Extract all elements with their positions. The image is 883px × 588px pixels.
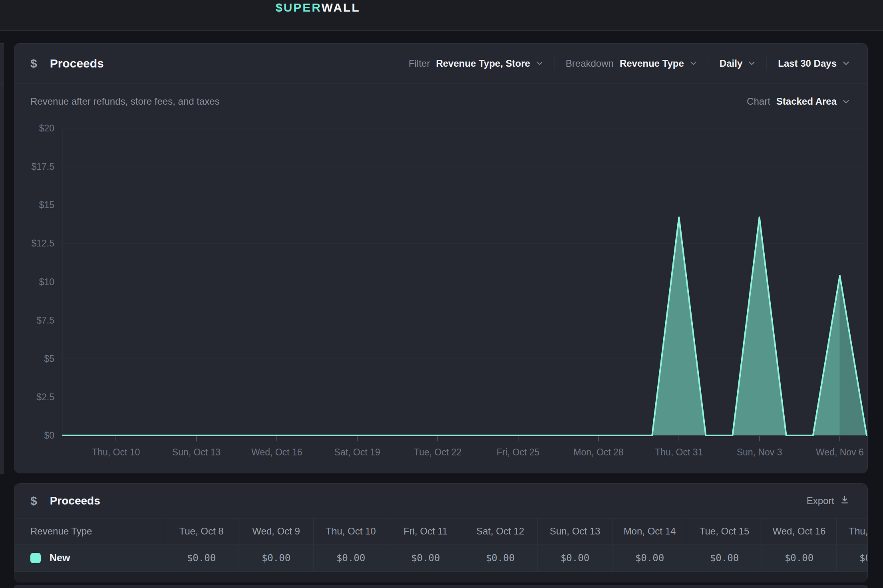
series-color-swatch (30, 553, 41, 563)
date-range-value: Last 30 Days (778, 58, 837, 69)
value-cell: $0.00 (612, 544, 687, 571)
chart-card-header: $ Proceeds Filter Revenue Type, Store Br… (14, 44, 867, 83)
y-axis-labels: $20$17.5$15$12.5$10$7.5$5$2.5$0 (14, 44, 54, 473)
table-scrollbar-track[interactable] (14, 572, 867, 582)
y-axis-label: $0 (14, 430, 54, 441)
value-cell: $0.00 (239, 544, 313, 571)
series-name: New (50, 552, 70, 564)
value-cell: $0.00 (537, 544, 612, 571)
breakdown-dropdown[interactable]: Breakdown Revenue Type (566, 58, 697, 69)
table-header-date: Tue, Oct 15 (687, 518, 762, 544)
table-card-title-group: $ Proceeds (30, 494, 100, 508)
chart-controls: Filter Revenue Type, Store Breakdown Rev… (409, 57, 849, 70)
granularity-value: Daily (720, 58, 742, 69)
x-axis-label: Thu, Oct 10 (92, 447, 140, 457)
x-axis-label: Sat, Oct 19 (334, 447, 380, 457)
download-icon (840, 495, 849, 507)
y-axis-label: $5 (14, 353, 54, 364)
value-cell: $0.00 (463, 544, 537, 571)
x-axis-label: Mon, Oct 28 (573, 447, 623, 457)
table-header-date: Mon, Oct 14 (612, 518, 687, 544)
breakdown-value: Revenue Type (620, 58, 684, 69)
y-axis-label: $20 (14, 123, 54, 134)
top-bar: $UPERWALL (0, 0, 883, 31)
divider (0, 83, 4, 83)
x-axis-label: Wed, Nov 6 (816, 447, 864, 457)
divider (708, 57, 708, 70)
divider (766, 57, 767, 70)
x-axis-label: Tue, Oct 22 (414, 447, 461, 457)
logo-rest: WALL (322, 1, 360, 14)
value-cell: $0.00 (762, 544, 836, 571)
table-header-date: Thu, Oct 10 (313, 518, 388, 544)
table-body: New$0.00$0.00$0.00$0.00$0.00$0.00$0.00$0… (14, 544, 867, 572)
row-label-cell: New (14, 544, 164, 571)
table-header-revenue-type: Revenue Type (14, 518, 164, 544)
y-axis-label: $10 (14, 276, 54, 288)
y-axis-label: $7.5 (14, 315, 54, 326)
y-axis-label: $15 (14, 199, 54, 211)
chevron-down-icon (690, 61, 697, 66)
value-cell: $0.00 (687, 544, 762, 571)
proceeds-chart-card: $ Proceeds Filter Revenue Type, Store Br… (14, 43, 868, 473)
table-header-row: Revenue TypeTue, Oct 8Wed, Oct 9Thu, Oct… (14, 518, 867, 544)
export-button[interactable]: Export (807, 495, 849, 507)
superwall-logo: $UPERWALL (276, 1, 360, 14)
x-axis-label: Thu, Oct 31 (655, 447, 703, 457)
chart-subtitle-row: Revenue after refunds, store fees, and t… (30, 94, 849, 109)
x-axis-label: Sun, Nov 3 (737, 447, 782, 457)
value-cell: $0.00 (836, 544, 868, 571)
next-card-top-edge (14, 585, 868, 588)
breakdown-label: Breakdown (566, 58, 614, 69)
filter-value: Revenue Type, Store (436, 58, 530, 69)
chevron-down-icon (843, 61, 849, 66)
table-header-date: Wed, Oct 9 (239, 518, 313, 544)
chart-card-title: Proceeds (50, 57, 104, 70)
export-label: Export (807, 495, 834, 507)
chevron-down-icon (536, 61, 543, 66)
y-axis-label: $12.5 (14, 238, 54, 249)
divider (554, 57, 555, 70)
table-header-date: Wed, Oct 16 (762, 518, 836, 544)
chart-type-value: Stacked Area (776, 96, 837, 107)
table-header-date: Fri, Oct 11 (388, 518, 463, 544)
value-cell: $0.00 (313, 544, 388, 571)
chart-subtitle: Revenue after refunds, store fees, and t… (30, 96, 220, 107)
date-range-dropdown[interactable]: Last 30 Days (778, 58, 849, 69)
chart-type-dropdown[interactable]: Chart Stacked Area (747, 96, 849, 107)
dollar-icon: $ (30, 494, 37, 508)
table-header-date: Thu, Oct 17 (836, 518, 868, 544)
chevron-down-icon (748, 61, 755, 66)
y-axis-label: $2.5 (14, 391, 54, 403)
x-axis-label: Sun, Oct 13 (172, 447, 221, 457)
filter-dropdown[interactable]: Filter Revenue Type, Store (409, 58, 543, 69)
y-axis-label: $17.5 (14, 161, 54, 172)
chart-type-label: Chart (747, 96, 770, 107)
table-card-title: Proceeds (50, 495, 100, 507)
table-card-header: $ Proceeds Export (14, 484, 867, 518)
chevron-down-icon (843, 99, 849, 104)
granularity-dropdown[interactable]: Daily (720, 58, 755, 69)
proceeds-table-card: $ Proceeds Export Revenue TypeTue, Oct 8… (14, 483, 868, 582)
x-axis-label: Fri, Oct 25 (497, 447, 539, 457)
table-row[interactable]: New$0.00$0.00$0.00$0.00$0.00$0.00$0.00$0… (14, 544, 867, 572)
table-header-date: Sun, Oct 13 (537, 518, 612, 544)
stacked-area-chart[interactable]: Thu, Oct 10Sun, Oct 13Wed, Oct 16Sat, Oc… (62, 120, 868, 460)
logo-accent: $UPER (276, 1, 322, 14)
x-axis-label: Wed, Oct 16 (251, 447, 302, 457)
value-cell: $0.00 (164, 544, 239, 571)
table-header-date: Tue, Oct 8 (164, 518, 239, 544)
value-cell: $0.00 (388, 544, 463, 571)
left-neighbor-card-edge (0, 43, 4, 474)
table-header-date: Sat, Oct 12 (463, 518, 537, 544)
filter-label: Filter (409, 58, 430, 69)
